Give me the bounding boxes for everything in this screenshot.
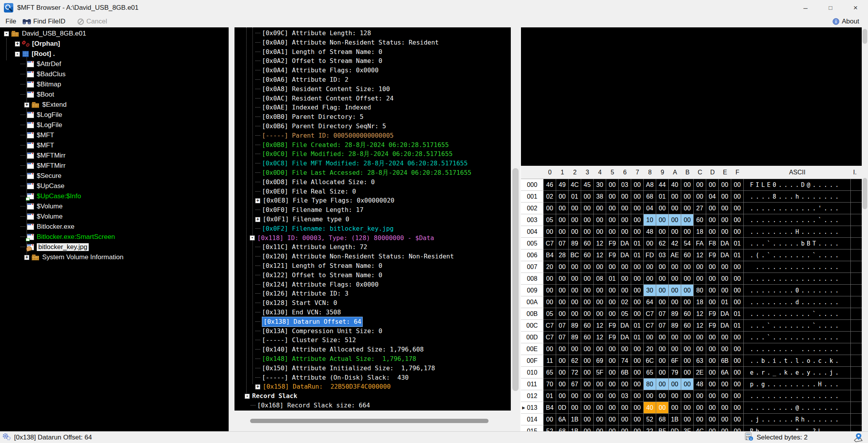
hex-byte-cell[interactable]: 60	[581, 332, 594, 343]
hex-byte-cell[interactable]: 00	[669, 273, 681, 285]
hex-byte-cell[interactable]: 00	[669, 226, 681, 238]
detail-row[interactable]: [0x126] Attribute ID: 3	[234, 289, 511, 298]
hex-byte-cell[interactable]: 00	[656, 402, 669, 414]
hex-byte-cell[interactable]: 6B	[719, 355, 731, 367]
hex-byte-cell[interactable]: 00	[544, 296, 556, 308]
hex-byte-cell[interactable]: 00	[556, 261, 569, 273]
scrollbar-thumb[interactable]	[863, 178, 867, 209]
hex-byte-cell[interactable]: 00	[731, 273, 744, 285]
hex-byte-cell[interactable]: 18	[694, 296, 706, 308]
hex-byte-cell[interactable]: 4C	[569, 179, 581, 191]
hex-byte-cell[interactable]: 72	[569, 367, 581, 378]
hex-ascii-cell[interactable]: .j......Rh......	[744, 414, 851, 425]
hex-byte-cell[interactable]: 00	[631, 390, 644, 402]
detail-row[interactable]: [0x0C8] File MFT Modified: 28-8月-2024 06…	[234, 159, 511, 168]
detail-row[interactable]: +[0x0F1] Filename type 0	[234, 215, 511, 224]
hex-byte-cell[interactable]: 00	[656, 273, 669, 285]
hex-byte-cell[interactable]: 00	[694, 179, 706, 191]
hex-byte-cell[interactable]: 00	[581, 402, 594, 414]
hex-byte-cell[interactable]: 00	[619, 273, 631, 285]
hex-byte-cell[interactable]: C7	[644, 308, 656, 320]
hex-byte-cell[interactable]: 6B	[619, 367, 631, 378]
hex-byte-cell[interactable]: 00	[606, 203, 619, 214]
hex-byte-cell[interactable]: 00	[656, 343, 669, 355]
hex-byte-cell[interactable]: 01	[656, 191, 669, 203]
hex-byte-cell[interactable]: 00	[656, 226, 669, 238]
hex-byte-cell[interactable]: 01	[731, 238, 744, 249]
hex-byte-cell[interactable]: 00	[619, 425, 631, 431]
hex-byte-cell[interactable]: 00	[569, 296, 581, 308]
hex-byte-cell[interactable]: 00	[556, 226, 569, 238]
hex-byte-cell[interactable]: 60	[694, 214, 706, 226]
hex-byte-cell[interactable]: 00	[581, 390, 594, 402]
hex-byte-cell[interactable]: 00	[581, 191, 594, 203]
hex-byte-cell[interactable]: 00	[731, 214, 744, 226]
hex-ascii-cell[interactable]: ........@.......	[744, 402, 851, 414]
hex-byte-cell[interactable]: 00	[706, 343, 719, 355]
hex-byte-cell[interactable]: 52	[544, 425, 556, 431]
hex-byte-cell[interactable]: 01	[569, 191, 581, 203]
hex-byte-cell[interactable]: 00	[731, 414, 744, 425]
hex-byte-cell[interactable]: 00	[606, 214, 619, 226]
hex-byte-cell[interactable]: 00	[731, 355, 744, 367]
hex-byte-cell[interactable]: 00	[656, 214, 669, 226]
hex-byte-cell[interactable]: 00	[556, 390, 569, 402]
hex-byte-cell[interactable]: 89	[569, 320, 581, 332]
hex-byte-cell[interactable]: 00	[706, 367, 719, 378]
hex-byte-cell[interactable]: 00	[606, 402, 619, 414]
hex-byte-cell[interactable]: 00	[569, 402, 581, 414]
detail-row[interactable]: [0x0B6] Parent Directory SeqNr: 5	[234, 122, 511, 131]
hex-byte-cell[interactable]: 00	[706, 425, 719, 431]
hex-byte-cell[interactable]: 00	[644, 390, 656, 402]
hex-byte-cell[interactable]: 60	[581, 238, 594, 249]
hex-byte-cell[interactable]: 05	[619, 308, 631, 320]
hex-byte-cell[interactable]: 00	[606, 179, 619, 191]
hex-byte-cell[interactable]: 00	[719, 179, 731, 191]
tree-item[interactable]: $Bitmap	[0, 79, 229, 90]
detail-row[interactable]: [0x0A0] Attribute Non-Resident Status: R…	[234, 38, 511, 47]
detail-row[interactable]: [0x0A6] Attribute ID: 2	[234, 75, 511, 84]
hex-byte-cell[interactable]: 00	[544, 226, 556, 238]
hex-byte-cell[interactable]: 00	[731, 343, 744, 355]
hex-byte-cell[interactable]: 00	[644, 273, 656, 285]
hex-byte-cell[interactable]: 00	[606, 378, 619, 390]
hex-byte-cell[interactable]: 00	[731, 296, 744, 308]
hex-byte-cell[interactable]: 52	[644, 414, 656, 425]
detail-row[interactable]: [0x0C0] File Modified: 28-8月-2024 06:20:…	[234, 149, 511, 159]
hex-byte-cell[interactable]: 6A	[556, 414, 569, 425]
hex-byte-cell[interactable]: DA	[619, 249, 631, 261]
hex-byte-cell[interactable]: 00	[569, 214, 581, 226]
hex-byte-cell[interactable]: 00	[681, 285, 694, 296]
hex-byte-cell[interactable]: 00	[706, 179, 719, 191]
hex-byte-cell[interactable]: 01	[719, 296, 731, 308]
maximize-button[interactable]: □	[818, 0, 843, 16]
hex-byte-cell[interactable]: 00	[681, 414, 694, 425]
hex-byte-cell[interactable]: 00	[606, 308, 619, 320]
hex-byte-cell[interactable]: 00	[594, 308, 606, 320]
hex-byte-cell[interactable]: 00	[581, 203, 594, 214]
hex-byte-cell[interactable]: 00	[719, 273, 731, 285]
detail-row[interactable]: [0x0B0] Parent Directory: 5	[234, 112, 511, 122]
hex-byte-cell[interactable]: 60	[681, 320, 694, 332]
hex-byte-cell[interactable]: 60	[681, 308, 694, 320]
hex-byte-cell[interactable]: 40	[669, 179, 681, 191]
hex-byte-cell[interactable]: 00	[594, 390, 606, 402]
hex-byte-cell[interactable]: 00	[681, 367, 694, 378]
detail-row[interactable]: [-----] Cluster Size: 512	[234, 335, 511, 345]
hex-byte-cell[interactable]: 00	[719, 378, 731, 390]
expand-box[interactable]: +	[255, 198, 260, 203]
hex-byte-cell[interactable]: 00	[581, 285, 594, 296]
hex-byte-cell[interactable]: 00	[719, 390, 731, 402]
hex-byte-cell[interactable]: AE	[669, 249, 681, 261]
hex-byte-cell[interactable]: 00	[706, 226, 719, 238]
detail-horizontal-scrollbar[interactable]	[234, 411, 520, 431]
hex-ascii-cell[interactable]: p.g.........H...	[744, 378, 851, 390]
hex-byte-cell[interactable]: 60	[681, 249, 694, 261]
tree-item[interactable]: Bitlocker.exe:SmartScreen	[0, 232, 229, 242]
hex-byte-cell[interactable]: 00	[706, 390, 719, 402]
hex-byte-cell[interactable]: B4	[544, 402, 556, 414]
hex-byte-cell[interactable]: 1B	[669, 414, 681, 425]
hex-byte-cell[interactable]: 00	[631, 296, 644, 308]
tree-item[interactable]: Bitlocker.exe	[0, 222, 229, 232]
hex-byte-cell[interactable]: 00	[631, 214, 644, 226]
